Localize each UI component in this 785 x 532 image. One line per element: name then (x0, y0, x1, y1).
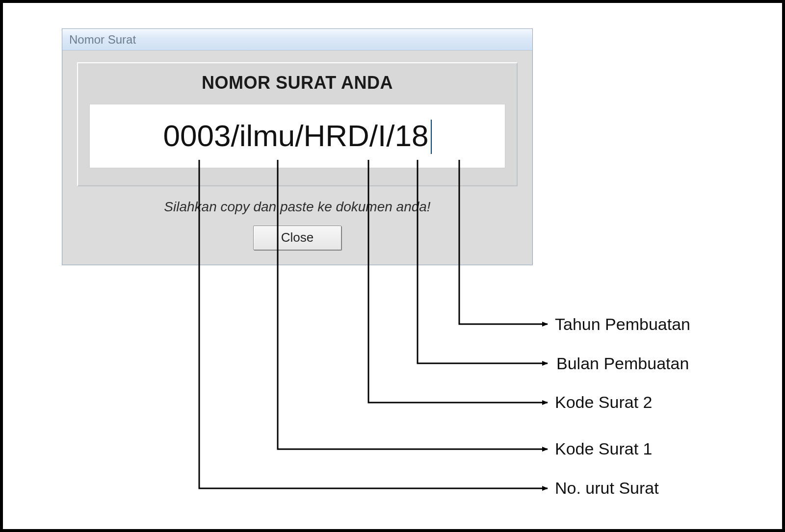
dialog-title: Nomor Surat (69, 33, 136, 47)
label-tahun-pembuatan: Tahun Pembuatan (555, 315, 690, 334)
group-box: NOMOR SURAT ANDA 0003/ilmu/HRD/I/18 (77, 62, 518, 186)
label-no-urut-surat: No. urut Surat (555, 479, 659, 498)
close-button[interactable]: Close (253, 226, 341, 250)
diagram-frame: Nomor Surat NOMOR SURAT ANDA 0003/ilmu/H… (0, 0, 785, 532)
hint-text: Silahkan copy dan paste ke dokumen anda! (164, 199, 430, 215)
letter-number-value: 0003/ilmu/HRD/I/18 (163, 119, 428, 152)
label-kode-surat-2: Kode Surat 2 (555, 393, 652, 412)
label-bulan-pembuatan: Bulan Pembuatan (556, 354, 689, 373)
label-kode-surat-1: Kode Surat 1 (555, 439, 652, 458)
text-caret (431, 120, 432, 154)
dialog-heading: NOMOR SURAT ANDA (202, 73, 393, 93)
dialog-body: NOMOR SURAT ANDA 0003/ilmu/HRD/I/18 Sila… (62, 51, 532, 265)
letter-number-field[interactable]: 0003/ilmu/HRD/I/18 (89, 104, 505, 168)
dialog-titlebar: Nomor Surat (62, 29, 532, 51)
dialog-window: Nomor Surat NOMOR SURAT ANDA 0003/ilmu/H… (62, 28, 533, 265)
